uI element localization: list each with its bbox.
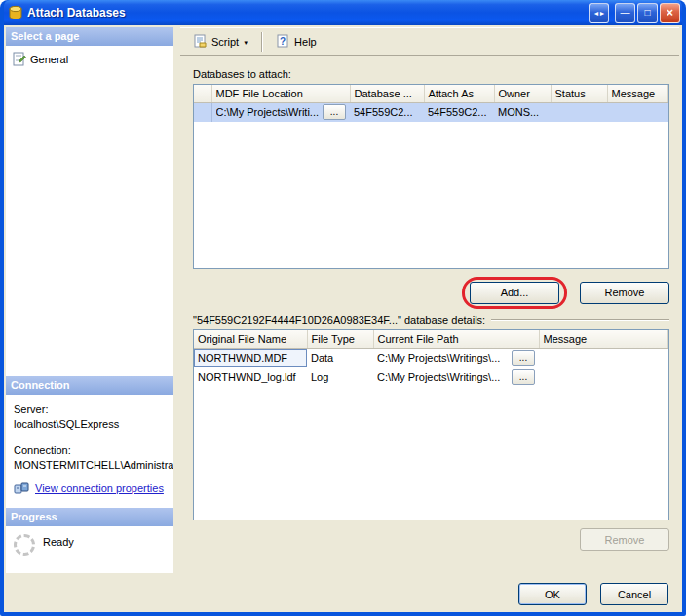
column-header-message[interactable]: Message xyxy=(607,85,668,102)
mdf-path-text: C:\My Projects\Writi... xyxy=(216,106,320,118)
browse-mdf-button[interactable]: ... xyxy=(323,104,346,120)
selector-column-header xyxy=(194,85,211,102)
database-details-label: "54F559C2192F4444F10D26A0983E34F..." dat… xyxy=(193,314,485,326)
browse-data-file-button[interactable]: ... xyxy=(512,350,535,366)
annotation-oval: Add... xyxy=(462,277,567,309)
databases-to-attach-grid: MDF File Location Database ... Attach As… xyxy=(193,84,669,269)
window-controls: ◄► — □ × xyxy=(589,3,680,23)
dialog-body: Select a page General Connection xyxy=(4,25,682,612)
file-path-text: C:\My Projects\Writings\... xyxy=(377,371,500,383)
current-file-path-cell: C:\My Projects\Writings\... ... xyxy=(373,367,539,387)
remove-details-button[interactable]: Remove xyxy=(580,528,669,551)
minimize-button[interactable]: — xyxy=(615,3,635,23)
progress-spinner-icon xyxy=(14,534,35,556)
details-message-cell xyxy=(539,348,668,367)
original-file-name-cell: NORTHWND.MDF xyxy=(194,348,307,367)
dock-arrows-button[interactable]: ◄► xyxy=(589,3,609,23)
server-value: localhost\SQLExpress xyxy=(14,417,170,432)
main-panel: Script ▼ ? Help Databases to attach: xyxy=(180,27,679,575)
progress-header: Progress xyxy=(6,508,173,526)
help-button[interactable]: ? Help xyxy=(269,31,324,52)
close-button[interactable]: × xyxy=(660,3,680,23)
chevron-down-icon: ▼ xyxy=(243,38,248,46)
page-list: General xyxy=(6,46,173,376)
progress-panel: Ready xyxy=(6,526,173,573)
details-table-header: Original File Name File Type Current Fil… xyxy=(194,330,668,348)
attach-as-cell: 54F559C2... xyxy=(424,102,494,122)
column-header-attach-as[interactable]: Attach As xyxy=(424,85,494,102)
connection-header: Connection xyxy=(6,376,173,395)
maximize-button[interactable]: □ xyxy=(637,3,658,23)
script-icon xyxy=(193,34,208,49)
server-label: Server: xyxy=(14,403,170,417)
owner-cell: MONS... xyxy=(494,102,551,122)
column-header-file-type[interactable]: File Type xyxy=(307,330,373,348)
cancel-button[interactable]: Cancel xyxy=(600,583,668,605)
progress-status: Ready xyxy=(43,534,74,548)
browse-log-file-button[interactable]: ... xyxy=(512,369,535,385)
current-file-path-cell: C:\My Projects\Writings\... ... xyxy=(373,348,539,367)
file-type-cell: Log xyxy=(307,367,373,387)
column-header-mdf[interactable]: MDF File Location xyxy=(211,85,350,102)
help-icon: ? xyxy=(276,34,290,49)
attach-databases-dialog: Attach Databases ◄► — □ × Select a page xyxy=(0,0,686,616)
file-type-cell: Data xyxy=(307,348,373,367)
details-actions: Remove xyxy=(193,528,669,551)
toolbar-separator xyxy=(261,32,263,52)
table-row[interactable]: NORTHWND.MDF Data C:\My Projects\Writing… xyxy=(194,348,668,367)
details-message-cell xyxy=(539,367,668,387)
attach-actions: Add... Remove xyxy=(193,278,669,307)
window-title: Attach Databases xyxy=(27,6,589,19)
column-header-database[interactable]: Database ... xyxy=(350,85,424,102)
view-connection-properties-link[interactable]: View connection properties xyxy=(35,481,164,496)
connection-label: Connection: xyxy=(14,443,170,458)
database-icon xyxy=(8,5,23,20)
sidebar-item-general[interactable]: General xyxy=(9,50,171,68)
details-divider xyxy=(491,319,669,321)
table-row[interactable]: C:\My Projects\Writi... ... 54F559C2... … xyxy=(194,102,668,122)
column-header-details-message[interactable]: Message xyxy=(539,330,668,348)
connection-value: MONSTERMITCHELL\Administra xyxy=(14,458,170,473)
svg-text:?: ? xyxy=(280,36,286,47)
ok-button[interactable]: OK xyxy=(518,583,587,605)
toolbar: Script ▼ ? Help xyxy=(180,27,679,56)
row-selector-cell[interactable] xyxy=(194,102,211,122)
original-file-name-cell: NORTHWND_log.ldf xyxy=(194,367,307,387)
databases-to-attach-label: Databases to attach: xyxy=(193,68,669,80)
sidebar-item-label: General xyxy=(30,54,68,65)
select-a-page-header: Select a page xyxy=(6,27,173,46)
main-content: Databases to attach: MDF File Location xyxy=(180,56,679,575)
help-button-label: Help xyxy=(294,36,317,48)
database-cell: 54F559C2... xyxy=(350,102,424,122)
script-button[interactable]: Script ▼ xyxy=(186,31,255,52)
general-page-icon xyxy=(12,52,26,66)
database-details-label-row: "54F559C2192F4444F10D26A0983E34F..." dat… xyxy=(193,314,669,326)
dialog-footer: OK Cancel xyxy=(4,575,682,612)
script-button-label: Script xyxy=(211,36,239,48)
column-header-original-file-name[interactable]: Original File Name xyxy=(194,330,307,348)
status-cell xyxy=(551,102,607,122)
column-header-owner[interactable]: Owner xyxy=(494,85,551,102)
file-path-text: C:\My Projects\Writings\... xyxy=(377,352,500,364)
connection-panel: Server: localhost\SQLExpress Connection:… xyxy=(6,395,173,508)
column-header-status[interactable]: Status xyxy=(551,85,607,102)
attach-table-header: MDF File Location Database ... Attach As… xyxy=(194,85,668,102)
titlebar[interactable]: Attach Databases ◄► — □ × xyxy=(4,0,682,25)
column-header-current-file-path[interactable]: Current File Path xyxy=(373,330,539,348)
database-details-grid: Original File Name File Type Current Fil… xyxy=(193,329,669,520)
table-row[interactable]: NORTHWND_log.ldf Log C:\My Projects\Writ… xyxy=(194,367,668,387)
add-button[interactable]: Add... xyxy=(470,282,559,304)
message-cell xyxy=(607,102,668,122)
remove-button[interactable]: Remove xyxy=(580,282,669,304)
mdf-file-location-cell: C:\My Projects\Writi... ... xyxy=(211,102,350,122)
connection-properties-icon xyxy=(14,482,29,496)
sidebar: Select a page General Connection xyxy=(6,27,173,573)
